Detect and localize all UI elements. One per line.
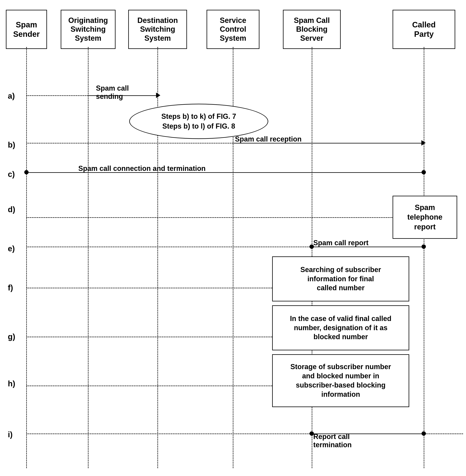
step-c: c) [8, 170, 15, 179]
line-i-right-dashed [424, 433, 463, 434]
storage-subscriber-box: Storage of subscriber numberand blocked … [272, 354, 409, 407]
label-spam-call-connection: Spam call connection and termination [78, 164, 206, 173]
step-g: g) [8, 332, 15, 341]
actor-spam-sender: SpamSender [6, 10, 47, 49]
label-spam-call-reception: Spam call reception [235, 135, 302, 143]
dot-c-left [24, 170, 29, 174]
spam-telephone-report-box: Spamtelephonereport [393, 196, 457, 239]
line-f-dashed [26, 288, 272, 288]
label-spam-call-report: Spam call report [313, 239, 369, 247]
line-b-left-dashed [26, 143, 233, 144]
step-f: f) [8, 283, 13, 292]
label-report-call-termination: Report calltermination [313, 432, 352, 449]
line-h-dashed [26, 385, 272, 386]
sequence-diagram: SpamSender OriginatingSwitchingSystem De… [0, 0, 466, 476]
ellipse-steps-reference: Steps b) to k) of FIG. 7Steps b) to l) o… [129, 104, 268, 139]
line-e-left-dashed [26, 247, 311, 247]
line-i-left-dashed [26, 433, 311, 434]
lifeline-spam-sender [26, 47, 27, 468]
actor-service-control: ServiceControlSystem [207, 10, 259, 49]
searching-subscriber-box: Searching of subscriberinformation for f… [272, 256, 409, 301]
actor-called-party: CalledParty [393, 10, 455, 49]
dot-c-right [421, 170, 426, 174]
arrow-a [156, 92, 160, 98]
step-a: a) [8, 91, 15, 100]
step-i: i) [8, 430, 12, 439]
step-h: h) [8, 379, 15, 388]
actor-spam-blocking: Spam CallBlockingServer [283, 10, 341, 49]
dot-i-right [421, 431, 426, 436]
step-b: b) [8, 141, 15, 149]
arrow-b [421, 140, 426, 146]
step-d: d) [8, 205, 15, 214]
line-d-dashed [26, 217, 394, 218]
actor-originating-switching: OriginatingSwitchingSystem [61, 10, 116, 49]
valid-final-called-box: In the case of valid final callednumber,… [272, 305, 409, 350]
line-g-dashed [26, 337, 272, 337]
lifeline-originating [88, 47, 89, 468]
line-a-left [26, 95, 88, 96]
step-e: e) [8, 244, 15, 253]
actor-destination-switching: DestinationSwitchingSystem [128, 10, 187, 49]
lifeline-called-party [424, 47, 424, 468]
label-spam-call-sending: Spam callsending [96, 84, 129, 101]
dot-e-right [421, 244, 426, 249]
